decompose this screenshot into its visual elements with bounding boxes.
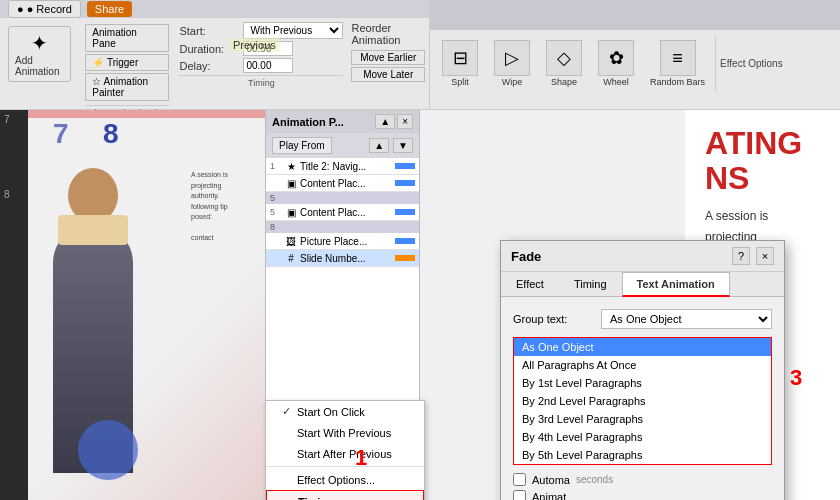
wheel-effect[interactable]: ✿ Wheel [592,36,640,91]
play-from-button[interactable]: Play From [272,137,332,154]
start-label: Start: [179,25,239,37]
dialog-close-button[interactable]: × [756,247,774,265]
animate-label: Animat [532,491,566,501]
slide-text-overlay: A session is projecting authority. follo… [191,170,261,244]
slide-thumbnail[interactable]: 7 8 A session is projecting authority. f… [28,110,265,500]
anim-label-5: Slide Numbe... [300,253,392,264]
dropdown-item-1[interactable]: All Paragraphs At Once [514,356,771,374]
slide-numbers: 7 8 [0,110,28,500]
play-from-row: Play From ▲ ▼ [266,133,419,158]
effect-options-label: Effect Options [720,58,783,69]
anim-separator-8: 8 [266,221,419,233]
slide-big-num-7: 7 [53,118,69,150]
anim-label-1: Title 2: Navig... [300,161,392,172]
context-effect-options[interactable]: ✓ Effect Options... [266,469,424,490]
tab-text-animation[interactable]: Text Animation [622,272,730,297]
anim-num-1: 1 [270,161,282,171]
context-timing[interactable]: ✓ Timing... [266,490,424,500]
dropdown-item-6[interactable]: By 5th Level Paragraphs [514,446,771,464]
context-start-on-click[interactable]: ✓ Start On Click [266,401,424,422]
anim-label-2: Content Plac... [300,178,392,189]
wipe-effect[interactable]: ▷ Wipe [488,36,536,91]
anim-item-4[interactable]: 🖼 Picture Place... [266,233,419,250]
record-button[interactable]: ● ● Record [8,0,81,18]
split-icon: ⊟ [442,40,478,76]
anim-separator-5: 5 [266,192,419,204]
slide-panel: 7 8 7 8 A session is [0,110,265,500]
add-animation-button[interactable]: ✦ Add Animation [8,26,71,82]
slide-text-line-1: A session is [191,170,261,181]
share-button[interactable]: Share [87,1,132,17]
wheel-label: Wheel [603,77,629,87]
slide-text-line-2: projecting [191,181,261,192]
slide-text-line-4: following tip [191,202,261,213]
anim-item-2[interactable]: ▣ Content Plac... [266,175,419,192]
anim-bar-2 [395,180,415,186]
slide-text-contact: contact [191,233,261,244]
delay-row: Delay: [179,58,343,73]
pane-collapse-button[interactable]: ▲ [375,114,395,129]
anim-num-3: 5 [270,207,282,217]
anim-bar-4 [395,238,415,244]
effect-options[interactable]: Effect Options [715,36,787,91]
slide-big-num-8: 8 [103,118,119,150]
anim-item-3[interactable]: 5 ▣ Content Plac... [266,204,419,221]
animation-painter-button[interactable]: ☆ Animation Painter [85,73,169,101]
check-icon-1: ✓ [282,405,291,418]
move-earlier-button[interactable]: Move Earlier [351,50,425,65]
anim-label-3: Content Plac... [300,207,392,218]
context-menu: ✓ Start On Click ✓ Start With Previous ✓… [265,400,425,500]
move-later-button[interactable]: Move Later [351,67,425,82]
wheel-icon: ✿ [598,40,634,76]
timing-group: Start: With Previous Duration: Delay: Ti… [179,22,343,88]
delay-label: Delay: [179,60,239,72]
duration-label: Duration: [179,43,239,55]
start-row: Start: With Previous [179,22,343,39]
slide-text-line-5: posed: [191,212,261,223]
dialog-help-button[interactable]: ? [732,247,750,265]
dialog-window-controls: ? × [732,247,774,265]
group-text-select[interactable]: As One Object [601,309,772,329]
delay-input[interactable] [243,58,293,73]
wipe-label: Wipe [502,77,523,87]
anim-icon-4: 🖼 [285,235,297,247]
split-effect[interactable]: ⊟ Split [436,36,484,91]
dialog-title: Fade [511,249,541,264]
start-select[interactable]: With Previous [243,22,343,39]
effects-icons: ⊟ Split ▷ Wipe ◇ Shape ✿ Wheel ≡ Random … [430,30,840,97]
pane-close-button[interactable]: × [397,114,413,129]
slide-text-line-3: authority. [191,191,261,202]
wipe-icon: ▷ [494,40,530,76]
ribbon-right: ⊟ Split ▷ Wipe ◇ Shape ✿ Wheel ≡ Random … [430,0,840,109]
dropdown-item-2[interactable]: By 1st Level Paragraphs [514,374,771,392]
context-start-after-previous[interactable]: ✓ Start After Previous [266,443,424,464]
scroll-down-button[interactable]: ▼ [393,138,413,153]
badge-1: 1 [355,445,367,471]
group-text-row: Group text: As One Object [513,309,772,329]
random-bars-effect[interactable]: ≡ Random Bars [644,36,711,91]
scroll-up-button[interactable]: ▲ [369,138,389,153]
dialog-tabs: Effect Timing Text Animation [501,272,784,297]
slide-num-8: 8 [4,189,24,200]
dropdown-item-5[interactable]: By 4th Level Paragraphs [514,428,771,446]
duration-input[interactable] [243,41,293,56]
animate-auto-checkbox[interactable] [513,473,526,486]
tab-effect[interactable]: Effect [501,272,559,297]
trigger-button[interactable]: ⚡ Trigger [85,54,169,71]
animation-pane-header: Animation P... ▲ × [266,110,419,133]
anim-icon-3: ▣ [285,206,297,218]
dropdown-item-0[interactable]: As One Object [514,338,771,356]
shape-effect[interactable]: ◇ Shape [540,36,588,91]
anim-item-5[interactable]: # Slide Numbe... [266,250,419,267]
anim-controls: Animation Pane ⚡ Trigger ☆ Animation Pai… [83,22,171,120]
anim-label-4: Picture Place... [300,236,392,247]
animate-checkbox[interactable] [513,490,526,500]
dropdown-item-4[interactable]: By 3rd Level Paragraphs [514,410,771,428]
ribbon-left: ● ● Record Share Previous ✦ Add Animatio… [0,0,430,109]
tab-timing[interactable]: Timing [559,272,622,297]
animation-pane-button[interactable]: Animation Pane [85,24,169,52]
context-start-with-previous[interactable]: ✓ Start With Previous [266,422,424,443]
dropdown-item-3[interactable]: By 2nd Level Paragraphs [514,392,771,410]
anim-item-1[interactable]: 1 ★ Title 2: Navig... [266,158,419,175]
group-text-dropdown[interactable]: As One Object All Paragraphs At Once By … [513,337,772,465]
